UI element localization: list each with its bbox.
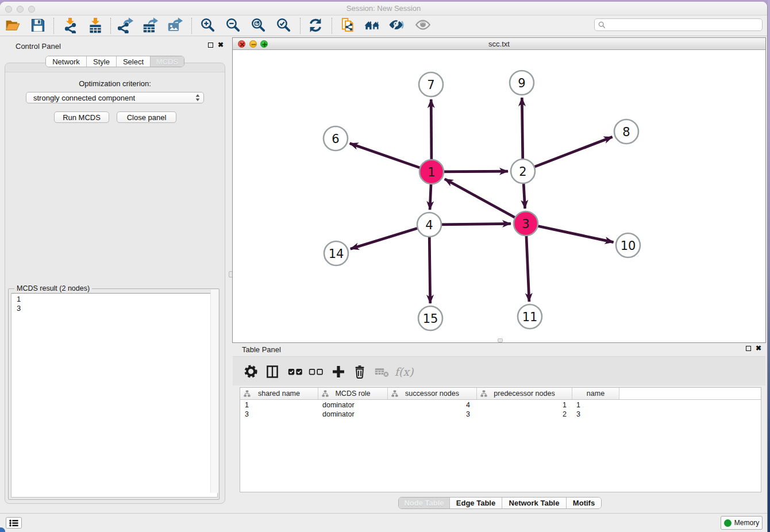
export-image-icon[interactable] bbox=[167, 17, 184, 34]
control-panel-close-button[interactable]: ✖ bbox=[218, 43, 224, 48]
table-cell[interactable]: 3 bbox=[388, 410, 477, 419]
tab-network[interactable]: Network bbox=[46, 56, 87, 67]
column-group-icon bbox=[391, 390, 398, 397]
edge-2-8[interactable] bbox=[533, 137, 613, 167]
edge-4-14[interactable] bbox=[351, 228, 419, 249]
zoom-selected-icon[interactable] bbox=[275, 17, 292, 34]
column-header-predecessor-nodes[interactable]: predecessor nodes bbox=[477, 388, 572, 399]
node-4[interactable]: 4 bbox=[417, 213, 441, 237]
import-table-icon[interactable] bbox=[87, 17, 104, 34]
tab-node-table[interactable]: Node Table bbox=[399, 498, 450, 508]
tab-style[interactable]: Style bbox=[87, 56, 117, 67]
node-11[interactable]: 11 bbox=[518, 304, 542, 329]
table-cell[interactable]: 1 bbox=[572, 400, 619, 410]
desktop: Session: New Session bbox=[0, 0, 770, 532]
table-cell[interactable]: 3 bbox=[240, 410, 318, 419]
node-14[interactable]: 14 bbox=[324, 241, 348, 265]
table-panel: Table Panel ✖ f(x) shared name MCDS role… bbox=[232, 344, 766, 511]
column-header-MCDS-role[interactable]: MCDS role bbox=[318, 388, 388, 399]
table-settings-icon[interactable] bbox=[242, 363, 260, 380]
node-2[interactable]: 2 bbox=[511, 159, 535, 183]
table-row[interactable]: 1dominator411 bbox=[240, 400, 761, 410]
edge-1-2[interactable] bbox=[442, 171, 508, 172]
control-panel-float-button[interactable] bbox=[208, 43, 213, 48]
task-history-button[interactable] bbox=[6, 517, 22, 529]
column-header-successor-nodes[interactable]: successor nodes bbox=[388, 388, 477, 399]
node-1[interactable]: 1 bbox=[419, 160, 444, 184]
node-label-4: 4 bbox=[425, 218, 433, 232]
mcds-result-list[interactable]: 13 bbox=[11, 293, 218, 498]
first-neighbors-icon[interactable] bbox=[364, 17, 381, 34]
table-cell[interactable]: dominator bbox=[318, 400, 388, 410]
criterion-select[interactable]: strongly connected component bbox=[26, 92, 204, 103]
table-cell[interactable]: dominator bbox=[318, 410, 388, 419]
tab-motifs[interactable]: Motifs bbox=[567, 498, 601, 508]
table-cell[interactable]: 1 bbox=[477, 400, 572, 410]
result-scrollbar[interactable] bbox=[210, 290, 218, 493]
edge-3-1[interactable] bbox=[445, 179, 517, 219]
horizontal-splitter-handle[interactable] bbox=[498, 338, 503, 342]
edge-3-10[interactable] bbox=[536, 226, 614, 242]
table-cell[interactable]: 2 bbox=[477, 410, 572, 419]
table-cell[interactable]: 3 bbox=[572, 410, 619, 419]
column-header-shared-name[interactable]: shared name bbox=[240, 388, 318, 399]
toolbar-separator bbox=[332, 18, 332, 34]
edge-4-3[interactable] bbox=[440, 223, 511, 225]
delete-icon[interactable] bbox=[351, 363, 368, 380]
node-10[interactable]: 10 bbox=[616, 233, 640, 257]
vertical-splitter[interactable] bbox=[225, 36, 232, 513]
search-input[interactable] bbox=[608, 20, 762, 30]
search-field[interactable] bbox=[594, 18, 763, 31]
export-network-icon[interactable] bbox=[117, 17, 134, 34]
deselect-all-icon[interactable] bbox=[307, 363, 325, 380]
table-row[interactable]: 3dominator323 bbox=[240, 410, 761, 419]
edge-1-4[interactable] bbox=[430, 182, 431, 210]
edge-2-9[interactable] bbox=[522, 98, 523, 161]
run-mcds-button[interactable]: Run MCDS bbox=[54, 111, 109, 123]
table-panel-float-button[interactable] bbox=[746, 346, 751, 351]
export-table-icon[interactable] bbox=[142, 17, 159, 34]
zoom-fit-icon[interactable] bbox=[250, 17, 267, 34]
column-group-icon bbox=[322, 390, 329, 397]
function-builder-icon[interactable]: f(x) bbox=[395, 363, 413, 380]
node-9[interactable]: 9 bbox=[510, 71, 534, 95]
delete-table-icon[interactable] bbox=[374, 363, 391, 380]
select-all-icon[interactable] bbox=[287, 363, 304, 380]
edge-2-3[interactable] bbox=[523, 182, 525, 209]
columns-icon[interactable] bbox=[264, 363, 281, 380]
mcds-result-item: 3 bbox=[17, 304, 217, 313]
node-8[interactable]: 8 bbox=[614, 119, 638, 144]
table-panel-close-button[interactable]: ✖ bbox=[756, 346, 761, 351]
node-15[interactable]: 15 bbox=[418, 306, 442, 330]
close-panel-button[interactable]: Close panel bbox=[117, 111, 176, 123]
import-network-icon[interactable] bbox=[61, 17, 79, 34]
node-3[interactable]: 3 bbox=[514, 211, 538, 236]
show-details-icon[interactable] bbox=[414, 17, 432, 34]
add-icon[interactable] bbox=[330, 363, 347, 380]
column-header-name[interactable]: name bbox=[572, 388, 619, 399]
table-panel-title: Table Panel bbox=[242, 345, 281, 354]
memory-button[interactable]: Memory bbox=[721, 516, 763, 530]
hide-details-icon[interactable] bbox=[388, 17, 406, 34]
tab-select[interactable]: Select bbox=[117, 56, 151, 67]
edge-4-15[interactable] bbox=[429, 235, 430, 303]
edge-1-6[interactable] bbox=[350, 144, 422, 169]
tab-network-table[interactable]: Network Table bbox=[502, 498, 567, 508]
open-session-icon[interactable] bbox=[4, 17, 21, 34]
node-6[interactable]: 6 bbox=[324, 126, 348, 151]
zoom-out-icon[interactable] bbox=[225, 17, 242, 34]
edge-3-11[interactable] bbox=[526, 234, 529, 302]
network-window-titlebar: scc.txt bbox=[233, 38, 765, 50]
zoom-in-icon[interactable] bbox=[199, 17, 217, 34]
table-cell[interactable]: 1 bbox=[240, 400, 318, 410]
edge-1-7[interactable] bbox=[431, 99, 432, 161]
node-7[interactable]: 7 bbox=[419, 72, 443, 97]
tab-mcds[interactable]: MCDS bbox=[151, 56, 184, 67]
tab-edge-table[interactable]: Edge Table bbox=[450, 498, 502, 508]
save-session-icon[interactable] bbox=[29, 17, 47, 34]
table-cell[interactable]: 4 bbox=[388, 400, 477, 410]
toolbar-separator bbox=[191, 18, 192, 34]
refresh-layout-icon[interactable] bbox=[307, 17, 324, 34]
duplicate-network-icon[interactable] bbox=[339, 17, 356, 34]
network-canvas[interactable]: 7 9 6 8 1 2 4 3 14 10 15 11 bbox=[233, 50, 765, 342]
